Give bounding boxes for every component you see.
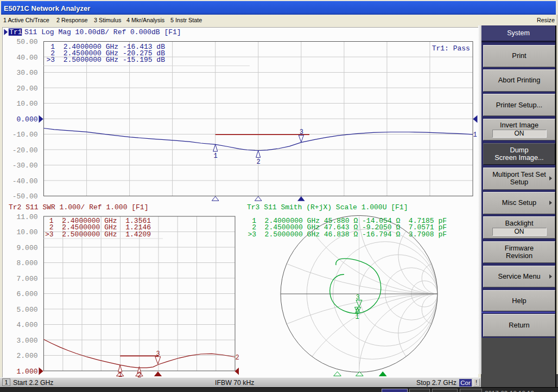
svg-text:1.000: 1.000: [16, 368, 37, 376]
svg-text:3: 3: [156, 350, 160, 358]
svg-text:40.00: 40.00: [16, 54, 37, 62]
svg-text:8.000: 8.000: [16, 259, 37, 267]
svg-text:2.000: 2.000: [16, 352, 37, 360]
svg-text:0.000: 0.000: [16, 115, 37, 124]
svg-text:1: 1: [473, 131, 477, 139]
svg-text:30.00: 30.00: [16, 69, 37, 77]
svg-text:2: 2: [137, 372, 141, 380]
svg-text:-30.00: -30.00: [12, 162, 38, 170]
svg-text:S11 Log Mag 10.00dB/ Ref 0.000: S11 Log Mag 10.00dB/ Ref 0.000dB [F1]: [24, 28, 181, 36]
svg-text:-40.00: -40.00: [12, 177, 38, 185]
svg-text:Tr1: Tr1: [9, 28, 22, 36]
svg-text:1: 1: [118, 371, 122, 379]
svg-text:7.000: 7.000: [16, 275, 37, 283]
svg-text:4.000: 4.000: [16, 321, 37, 329]
svg-text:Tr2 S11 SWR 1.000/ Ref 1.000 [: Tr2 S11 SWR 1.000/ Ref 1.000 [F1]: [9, 203, 148, 211]
svg-text:6.000: 6.000: [16, 290, 37, 298]
svg-text:11.00: 11.00: [16, 213, 37, 221]
svg-text:1: 1: [214, 152, 218, 160]
svg-text:9.000: 9.000: [16, 244, 37, 252]
svg-text:-10.00: -10.00: [12, 131, 38, 139]
svg-text:-20.00: -20.00: [12, 146, 38, 155]
svg-text:>3 2.5000000 GHz 46.838 Ω -16: >3 2.5000000 GHz 46.838 Ω -16.794 Ω 3.79…: [248, 230, 447, 239]
svg-text:2: 2: [257, 158, 261, 166]
svg-text:Tr3 S11 Smith (R+jX) Scale 1.0: Tr3 S11 Smith (R+jX) Scale 1.000U [F1]: [247, 203, 408, 211]
svg-text:>3 2.5000000 GHz -15.195 dB: >3 2.5000000 GHz -15.195 dB: [47, 56, 166, 64]
svg-text:10.00: 10.00: [16, 228, 37, 236]
svg-text:Tr1: Pass: Tr1: Pass: [432, 44, 470, 53]
svg-text:1: 1: [356, 313, 359, 321]
svg-text:-50.00: -50.00: [12, 192, 38, 201]
svg-text:3.000: 3.000: [16, 337, 37, 345]
svg-text:50.00: 50.00: [16, 38, 37, 46]
svg-text:10.00: 10.00: [16, 100, 37, 108]
svg-text:2: 2: [236, 354, 239, 362]
svg-text:>3 2.5000000 GHz 1.4209: >3 2.5000000 GHz 1.4209: [45, 230, 151, 239]
svg-text:20.00: 20.00: [16, 85, 37, 93]
svg-text:3: 3: [300, 128, 303, 136]
svg-text:5.000: 5.000: [16, 306, 37, 314]
